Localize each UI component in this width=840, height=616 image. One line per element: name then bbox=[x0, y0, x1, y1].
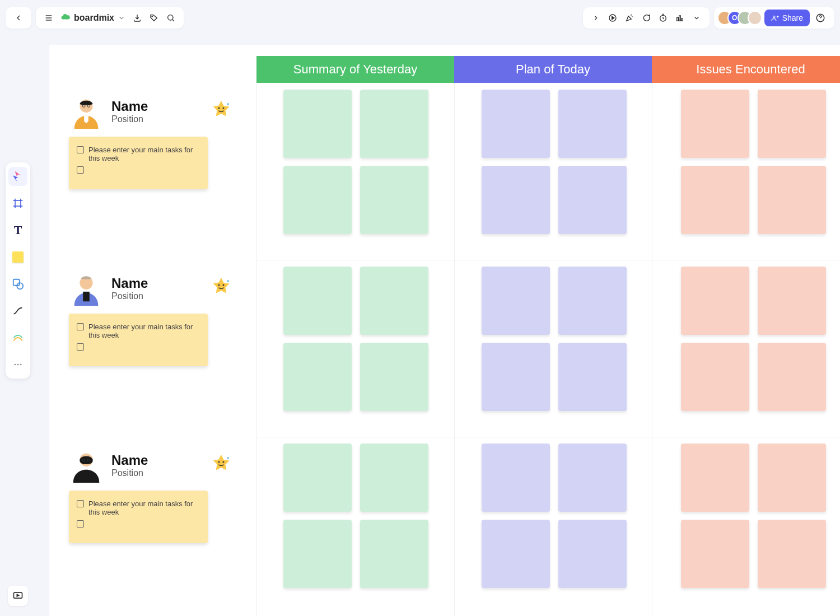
sticky-note[interactable] bbox=[360, 166, 428, 234]
connector-tool[interactable] bbox=[8, 301, 27, 320]
highlighter-tool[interactable] bbox=[8, 328, 27, 347]
sticky-note[interactable] bbox=[681, 444, 749, 512]
confetti-button[interactable] bbox=[621, 10, 638, 26]
sticky-note[interactable] bbox=[482, 343, 550, 411]
notes-grid-issues bbox=[681, 444, 827, 588]
board-canvas[interactable]: Summary of Yesterday Plan of Today Issue… bbox=[49, 45, 840, 616]
svg-point-38 bbox=[218, 461, 220, 463]
expand-right-button[interactable] bbox=[587, 10, 604, 26]
star-icon[interactable] bbox=[211, 454, 231, 474]
checkbox-icon[interactable] bbox=[77, 520, 84, 528]
sticky-note[interactable] bbox=[283, 166, 352, 234]
sticky-note[interactable] bbox=[681, 90, 749, 158]
sticky-note[interactable] bbox=[758, 343, 826, 411]
share-icon bbox=[771, 14, 779, 22]
select-tool[interactable] bbox=[8, 167, 27, 186]
person-position[interactable]: Position bbox=[111, 114, 148, 124]
frame-tool[interactable] bbox=[8, 194, 27, 213]
slides-button[interactable] bbox=[8, 586, 28, 606]
sticky-note[interactable] bbox=[360, 520, 428, 588]
sticky-note[interactable] bbox=[758, 166, 826, 234]
column-header-yesterday[interactable]: Summary of Yesterday bbox=[256, 56, 454, 83]
person-position[interactable]: Position bbox=[111, 468, 148, 478]
more-top-button[interactable] bbox=[688, 10, 705, 26]
sticky-note[interactable] bbox=[360, 90, 428, 158]
svg-point-4 bbox=[168, 15, 173, 20]
back-button[interactable] bbox=[10, 10, 27, 26]
collaborator-avatars[interactable]: O bbox=[722, 11, 762, 25]
sticky-note[interactable] bbox=[283, 444, 352, 512]
sticky-note[interactable] bbox=[360, 343, 428, 411]
person-name[interactable]: Name bbox=[111, 99, 148, 114]
task-note[interactable]: Please enter your main tasks for this we… bbox=[69, 314, 208, 366]
text-tool[interactable]: T bbox=[8, 221, 27, 240]
more-tools[interactable] bbox=[8, 355, 27, 374]
sticky-note[interactable] bbox=[283, 520, 352, 588]
sticky-note[interactable] bbox=[681, 520, 749, 588]
svg-line-5 bbox=[172, 20, 174, 21]
sticky-note-tool[interactable] bbox=[8, 248, 27, 267]
sticky-note[interactable] bbox=[283, 90, 352, 158]
sticky-note[interactable] bbox=[681, 166, 749, 234]
app-title[interactable]: boardmix bbox=[57, 12, 129, 24]
sticky-note[interactable] bbox=[758, 520, 826, 588]
sticky-note[interactable] bbox=[758, 267, 826, 335]
person-avatar bbox=[69, 271, 104, 306]
checkbox-icon[interactable] bbox=[77, 323, 84, 330]
column-label: Summary of Yesterday bbox=[293, 62, 417, 77]
sticky-note[interactable] bbox=[558, 166, 627, 234]
svg-point-33 bbox=[223, 284, 225, 286]
checkbox-icon[interactable] bbox=[77, 146, 84, 153]
sticky-note[interactable] bbox=[681, 343, 749, 411]
share-button[interactable]: Share bbox=[764, 10, 810, 26]
presentation-button[interactable] bbox=[604, 10, 621, 26]
sticky-note[interactable] bbox=[283, 267, 352, 335]
shape-tool[interactable] bbox=[8, 274, 27, 293]
svg-point-39 bbox=[223, 461, 225, 463]
sticky-note[interactable] bbox=[558, 343, 627, 411]
avatar[interactable] bbox=[748, 11, 762, 25]
column-header-today[interactable]: Plan of Today bbox=[454, 56, 652, 83]
tag-button[interactable] bbox=[146, 10, 162, 26]
star-icon[interactable] bbox=[211, 277, 231, 297]
star-icon[interactable] bbox=[211, 100, 231, 120]
checkbox-icon[interactable] bbox=[77, 166, 84, 174]
task-note[interactable]: Please enter your main tasks for this we… bbox=[69, 137, 208, 189]
svg-point-20 bbox=[14, 364, 16, 366]
sticky-note[interactable] bbox=[558, 520, 627, 588]
checkbox-icon[interactable] bbox=[77, 500, 84, 507]
download-button[interactable] bbox=[129, 10, 146, 26]
sticky-note[interactable] bbox=[360, 267, 428, 335]
vote-button[interactable] bbox=[671, 10, 688, 26]
help-button[interactable] bbox=[812, 10, 829, 26]
task-placeholder: Please enter your main tasks for this we… bbox=[88, 323, 200, 339]
sticky-note[interactable] bbox=[482, 444, 550, 512]
sticky-note[interactable] bbox=[758, 90, 826, 158]
search-button[interactable] bbox=[162, 10, 179, 26]
svg-point-28 bbox=[223, 108, 225, 109]
svg-rect-9 bbox=[676, 17, 678, 21]
sticky-note[interactable] bbox=[482, 520, 550, 588]
sticky-note[interactable] bbox=[482, 166, 550, 234]
sticky-note[interactable] bbox=[558, 267, 627, 335]
comment-button[interactable] bbox=[638, 10, 655, 26]
sticky-note[interactable] bbox=[360, 444, 428, 512]
sticky-note[interactable] bbox=[681, 267, 749, 335]
sticky-note[interactable] bbox=[558, 90, 627, 158]
timer-button[interactable] bbox=[655, 10, 671, 26]
checkbox-icon[interactable] bbox=[77, 343, 84, 351]
task-note[interactable]: Please enter your main tasks for this we… bbox=[69, 491, 208, 543]
side-toolbar: T bbox=[6, 162, 30, 379]
sticky-note[interactable] bbox=[283, 343, 352, 411]
sticky-note[interactable] bbox=[758, 444, 826, 512]
person-name[interactable]: Name bbox=[111, 276, 148, 291]
task-placeholder: Please enter your main tasks for this we… bbox=[88, 146, 200, 162]
person-avatar bbox=[69, 94, 104, 129]
person-position[interactable]: Position bbox=[111, 291, 148, 301]
sticky-note[interactable] bbox=[558, 444, 627, 512]
sticky-note[interactable] bbox=[482, 267, 550, 335]
column-header-issues[interactable]: Issues Encountered bbox=[652, 56, 840, 83]
menu-button[interactable] bbox=[40, 10, 57, 26]
sticky-note[interactable] bbox=[482, 90, 550, 158]
person-name[interactable]: Name bbox=[111, 452, 148, 468]
